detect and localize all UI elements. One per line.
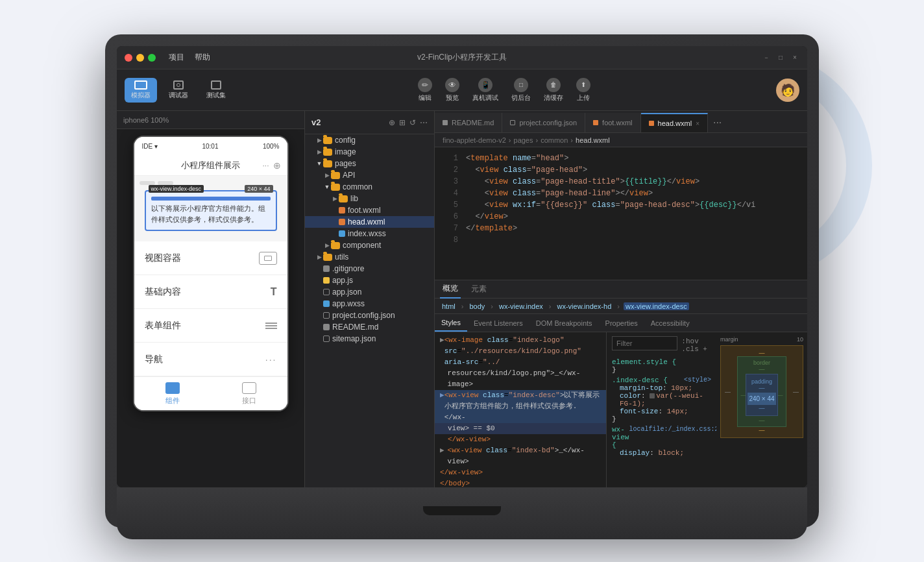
- simulator-icon: [134, 80, 147, 90]
- html-line-6[interactable]: ▶ <wx-view class="index-bd">_</wx-view>: [435, 445, 606, 467]
- styles-panel: :hov .cls + element.style { }: [606, 332, 807, 487]
- tab-label-1: 接口: [242, 396, 256, 406]
- phone-menu-item-0[interactable]: 视图容器: [134, 241, 287, 275]
- bm-padding-val: —: [748, 385, 775, 391]
- stab-dom-breakpoints[interactable]: DOM Breakpoints: [529, 314, 599, 332]
- btab-overview[interactable]: 概览: [440, 280, 461, 299]
- stab-event-listeners[interactable]: Event Listeners: [467, 314, 529, 332]
- expand-icon[interactable]: ···: [262, 161, 269, 170]
- style-brace-index-desc: }: [612, 415, 616, 423]
- tree-item-app-json[interactable]: ▶ app.json: [305, 286, 434, 298]
- html-line-5[interactable]: ▶ </wx-view>: [435, 434, 606, 445]
- tree-item-api[interactable]: ▶ API: [305, 169, 434, 181]
- tab-icon-readme: [443, 120, 448, 125]
- maximize-button[interactable]: [148, 54, 156, 62]
- html-line-1[interactable]: ▶ <wx-image class="index-logo" src="../r…: [435, 335, 606, 368]
- html-line-4[interactable]: view> == $0: [435, 423, 606, 434]
- tree-item-sitemap[interactable]: ▶ sitemap.json: [305, 333, 434, 345]
- bm-size: 240 × 44: [748, 393, 775, 405]
- tree-item-foot-wxml[interactable]: foot.wxml: [305, 204, 434, 216]
- testset-button[interactable]: 测试集: [200, 78, 232, 103]
- line-num-4: 4: [440, 188, 458, 199]
- tree-item-gitignore[interactable]: ▶ .gitignore: [305, 263, 434, 275]
- bottom-tab-0[interactable]: 组件: [134, 382, 211, 406]
- tree-item-config[interactable]: ▶ config: [305, 134, 434, 146]
- phone-menu-item-1[interactable]: 基础内容 T: [134, 275, 287, 309]
- tab-close-head[interactable]: ×: [696, 120, 699, 127]
- filetree-icon-2[interactable]: ⊞: [399, 118, 406, 127]
- action-edit[interactable]: ✏ 编辑: [418, 78, 432, 103]
- action-preview[interactable]: 👁 预览: [445, 78, 459, 103]
- style-source[interactable]: <style>: [684, 376, 711, 384]
- tab-foot-wxml[interactable]: foot.wxml: [585, 113, 640, 132]
- stab-styles[interactable]: Styles: [435, 314, 467, 332]
- tree-item-component[interactable]: ▶ component: [305, 239, 434, 251]
- laptop-notch: [423, 506, 501, 515]
- tree-item-lib[interactable]: ▶ lib: [305, 193, 434, 204]
- debugger-button[interactable]: 调试器: [162, 78, 195, 103]
- tab-more[interactable]: ···: [708, 113, 727, 132]
- styles-filter-input[interactable]: [612, 336, 677, 350]
- btab-element[interactable]: 元素: [468, 280, 489, 299]
- html-line-3[interactable]: ▶ <wx-view class="index-desc">以下将展示小程序官方…: [435, 390, 606, 423]
- stab-accessibility[interactable]: Accessibility: [644, 314, 696, 332]
- filetree-icon-1[interactable]: ⊕: [389, 118, 395, 127]
- testset-label: 测试集: [206, 91, 226, 100]
- user-avatar[interactable]: 🧑: [776, 79, 799, 102]
- es-wx-view-index-hd[interactable]: wx-view.index-hd: [555, 302, 614, 310]
- line-text-5: <view wx:if="{{desc}}" class="page-head-…: [466, 199, 756, 211]
- tree-item-utils[interactable]: ▶ utils: [305, 251, 434, 263]
- action-real-debug[interactable]: 📱 真机调试: [472, 78, 498, 103]
- phone-menu-item-3[interactable]: 导航 ···: [134, 343, 287, 376]
- es-html[interactable]: html: [440, 302, 457, 310]
- laptop-base: [117, 487, 807, 539]
- line-text-3: <view class="page-head-title">{{title}}<…: [466, 176, 699, 188]
- tree-item-app-js[interactable]: ▶ app.js: [305, 275, 434, 286]
- menu-line3: [265, 328, 277, 329]
- html-text-5: </wx-view>: [448, 434, 491, 445]
- style-prop-font-size: font-size: 14px;: [620, 408, 711, 415]
- html-line-7[interactable]: </wx-view>: [435, 467, 606, 478]
- filetree-icon-4[interactable]: ⋯: [420, 118, 428, 127]
- phone-menu-label-1: 基础内容: [145, 286, 181, 298]
- menu-help[interactable]: 帮助: [195, 52, 210, 63]
- html-line-2[interactable]: resources/kind/logo.png">_</wx-image>: [435, 368, 606, 390]
- minimize-button[interactable]: [136, 54, 144, 62]
- es-wx-view-index[interactable]: wx-view.index: [497, 302, 545, 310]
- tree-item-head-wxml[interactable]: head.wxml: [305, 216, 434, 228]
- tab-project-config[interactable]: project.config.json: [502, 113, 585, 132]
- expand-icon2[interactable]: ⊕: [273, 160, 281, 171]
- tree-item-app-wxss[interactable]: ▶ app.wxss: [305, 298, 434, 310]
- tree-item-common[interactable]: ▼ common: [305, 181, 434, 193]
- wx-view-source[interactable]: localfile:/_index.css:2: [629, 426, 716, 449]
- element-size: 240 × 44: [245, 185, 273, 193]
- action-upload[interactable]: ⬆ 上传: [576, 78, 590, 103]
- es-body[interactable]: body: [467, 302, 487, 310]
- tree-item-pages[interactable]: ▼ pages: [305, 158, 434, 169]
- tab-head-wxml[interactable]: head.wxml ×: [641, 113, 708, 132]
- win-min-icon[interactable]: －: [762, 53, 771, 62]
- tree-item-image[interactable]: ▶ image: [305, 146, 434, 158]
- folder-icon-config: [323, 137, 332, 144]
- styles-html-split: ▶ <wx-image class="index-logo" src="../r…: [435, 332, 807, 487]
- phone-menu-item-2[interactable]: 表单组件: [134, 309, 287, 343]
- tree-item-readme[interactable]: ▶ README.md: [305, 321, 434, 333]
- filetree-icon-3[interactable]: ↺: [409, 118, 416, 127]
- code-line-1: 1 <template name="head">: [435, 153, 807, 164]
- tab-readme[interactable]: README.md: [435, 113, 502, 132]
- es-wx-view-index-desc[interactable]: wx-view.index-desc: [624, 302, 689, 310]
- win-close-icon[interactable]: ×: [790, 53, 799, 62]
- close-button[interactable]: [125, 54, 132, 62]
- menu-line1: [265, 323, 277, 324]
- tree-item-project-config[interactable]: ▶ project.config.json: [305, 310, 434, 321]
- html-line-8[interactable]: </body>: [435, 478, 606, 487]
- stab-properties[interactable]: Properties: [599, 314, 644, 332]
- bottom-tab-1[interactable]: 接口: [211, 382, 287, 406]
- file-icon-head: [339, 219, 345, 225]
- simulator-button[interactable]: 模拟器: [125, 78, 157, 103]
- action-clear-cache[interactable]: 🗑 清缓存: [544, 78, 563, 103]
- tree-item-index-wxss[interactable]: index.wxss: [305, 228, 434, 239]
- win-max-icon[interactable]: □: [776, 53, 785, 62]
- action-background[interactable]: □ 切后台: [511, 78, 531, 103]
- menu-project[interactable]: 项目: [169, 52, 184, 63]
